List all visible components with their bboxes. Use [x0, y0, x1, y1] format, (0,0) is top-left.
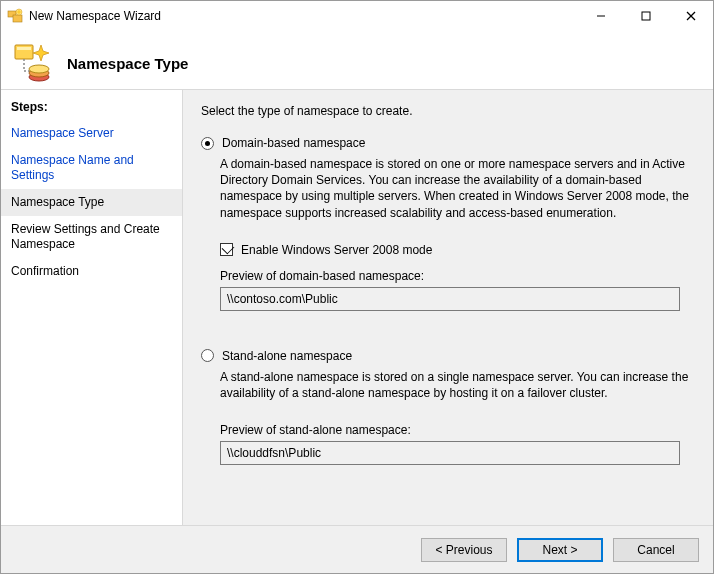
minimize-button[interactable]	[578, 1, 623, 31]
standalone-preview-field: \\clouddfsn\Public	[220, 441, 680, 465]
domain-based-desc: A domain-based namespace is stored on on…	[220, 156, 693, 221]
svg-rect-1	[13, 15, 22, 22]
main-panel: Select the type of namespace to create. …	[183, 90, 713, 525]
server-2008-mode-label: Enable Windows Server 2008 mode	[241, 243, 432, 257]
standalone-radio[interactable]	[201, 349, 214, 362]
sidebar-step-confirmation[interactable]: Confirmation	[1, 258, 182, 285]
sidebar-item-label: Confirmation	[11, 264, 79, 278]
cancel-button[interactable]: Cancel	[613, 538, 699, 562]
standalone-desc: A stand-alone namespace is stored on a s…	[220, 369, 693, 401]
standalone-label: Stand-alone namespace	[222, 349, 352, 363]
sidebar-step-namespace-name[interactable]: Namespace Name and Settings	[1, 147, 182, 189]
close-button[interactable]	[668, 1, 713, 31]
steps-sidebar: Steps: Namespace Server Namespace Name a…	[1, 90, 183, 525]
window-title: New Namespace Wizard	[29, 9, 578, 23]
standalone-preview-label: Preview of stand-alone namespace:	[220, 423, 693, 437]
steps-heading: Steps:	[1, 96, 182, 120]
previous-button[interactable]: < Previous	[421, 538, 507, 562]
instruction-text: Select the type of namespace to create.	[201, 104, 693, 118]
domain-preview-label: Preview of domain-based namespace:	[220, 269, 693, 283]
wizard-window: New Namespace Wizard	[0, 0, 714, 574]
wizard-footer: < Previous Next > Cancel	[1, 525, 713, 573]
domain-based-radio[interactable]	[201, 137, 214, 150]
svg-rect-4	[642, 12, 650, 20]
sidebar-item-label: Review Settings and Create Namespace	[11, 222, 160, 251]
wizard-header: Namespace Type	[1, 31, 713, 89]
sidebar-step-namespace-type[interactable]: Namespace Type	[1, 189, 182, 216]
sidebar-step-review[interactable]: Review Settings and Create Namespace	[1, 216, 182, 258]
namespace-type-icon	[13, 43, 53, 83]
maximize-button[interactable]	[623, 1, 668, 31]
sidebar-item-label: Namespace Server	[11, 126, 114, 140]
page-title: Namespace Type	[67, 55, 188, 72]
sidebar-step-namespace-server[interactable]: Namespace Server	[1, 120, 182, 147]
svg-rect-8	[17, 47, 31, 50]
next-button[interactable]: Next >	[517, 538, 603, 562]
domain-preview-field: \\contoso.com\Public	[220, 287, 680, 311]
app-icon	[7, 8, 23, 24]
sidebar-item-label: Namespace Type	[11, 195, 104, 209]
sidebar-item-label: Namespace Name and Settings	[11, 153, 134, 182]
domain-based-label: Domain-based namespace	[222, 136, 365, 150]
server-2008-mode-checkbox[interactable]	[220, 243, 233, 256]
titlebar: New Namespace Wizard	[1, 1, 713, 31]
svg-point-13	[29, 65, 49, 73]
